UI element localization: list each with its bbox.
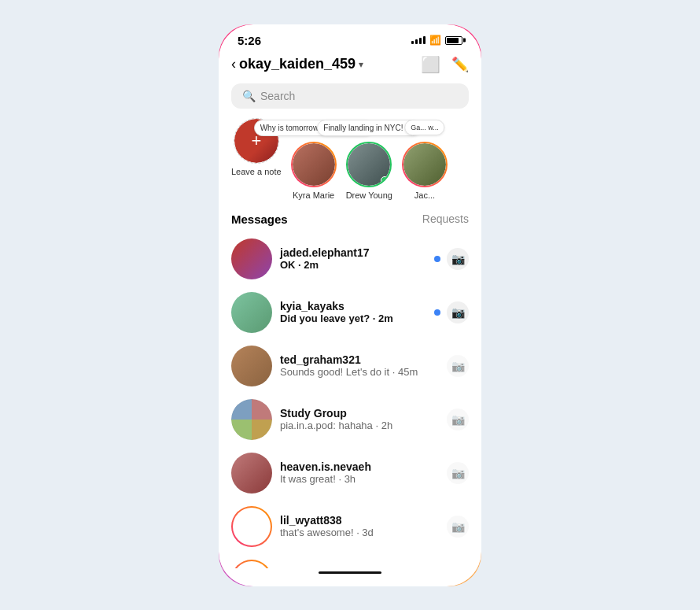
camera-icon-kyia[interactable]: 📷 <box>447 301 469 323</box>
avatar-lil-wyatt <box>231 506 272 547</box>
msg-preview-jaded: OK · 2m <box>280 259 426 271</box>
msg-content-paisley: paisley.print.48 Whaaat?? · 8h <box>280 567 439 568</box>
home-indicator <box>319 571 381 574</box>
messages-header: Messages Requests <box>219 209 481 232</box>
message-item-study-group[interactable]: Study Group pia.in.a.pod: hahaha · 2h 📷 <box>219 393 481 446</box>
msg-name-ted: ted_graham321 <box>280 353 439 366</box>
msg-preview-study-group: pia.in.a.pod: hahaha · 2h <box>280 420 439 431</box>
msg-content-study-group: Study Group pia.in.a.pod: hahaha · 2h <box>280 407 439 431</box>
message-item-jaded[interactable]: jaded.elephant17 OK · 2m 📷 <box>219 232 481 286</box>
story-label-drew: Drew Young <box>346 190 392 200</box>
battery-icon <box>445 36 462 45</box>
message-item-kyia[interactable]: kyia_kayaks Did you leave yet? · 2m 📷 <box>219 286 481 339</box>
jac-avatar <box>402 142 448 187</box>
msg-right-lil-wyatt: 📷 <box>447 516 469 538</box>
wifi-icon: 📶 <box>429 35 441 46</box>
msg-content-jaded: jaded.elephant17 OK · 2m <box>280 246 426 271</box>
status-bar: 5:26 📶 <box>219 24 481 52</box>
story-item-jac[interactable]: Ga... w... Jac... <box>402 142 448 200</box>
header-icons: ⬜ ✏️ <box>421 55 469 74</box>
unread-dot-jaded <box>434 256 440 262</box>
msg-content-lil-wyatt: lil_wyatt838 that's awesome! · 3d <box>280 514 439 538</box>
search-bar[interactable]: 🔍 Search <box>231 83 469 109</box>
story-item-kyra[interactable]: Why is tomorrow Monday!? 😄 Kyra Marie <box>291 142 337 200</box>
msg-content-kyia: kyia_kayaks Did you leave yet? · 2m <box>280 300 426 324</box>
camera-icon-study-group[interactable]: 📷 <box>447 409 469 431</box>
story-item-drew[interactable]: Finally landing in NYC! ❤️ Drew Young <box>346 142 392 200</box>
msg-name-kyia: kyia_kayaks <box>280 300 426 312</box>
story-note-jac: Ga... w... <box>404 120 445 135</box>
msg-content-heaven: heaven.is.nevaeh It was great! · 3h <box>280 460 439 485</box>
camera-icon-heaven[interactable]: 📷 <box>447 462 469 484</box>
compose-icon[interactable]: ✏️ <box>451 56 469 73</box>
avatar-ted <box>231 346 272 386</box>
username-label: okay_kaiden_459 <box>239 56 356 72</box>
msg-name-lil-wyatt: lil_wyatt838 <box>280 514 439 527</box>
msg-preview-lil-wyatt: that's awesome! · 3d <box>280 527 439 538</box>
msg-name-paisley: paisley.print.48 <box>280 567 439 568</box>
phone-frame: 5:26 📶 ‹ okay_kaiden_459 ▾ <box>216 22 484 589</box>
back-button[interactable]: ‹ <box>231 56 236 72</box>
search-placeholder: Search <box>260 90 295 102</box>
header-left: ‹ okay_kaiden_459 ▾ <box>231 56 363 72</box>
msg-content-ted: ted_graham321 Sounds good! Let's do it ·… <box>280 353 439 378</box>
msg-right-study-group: 📷 <box>447 409 469 431</box>
msg-preview-heaven: It was great! · 3h <box>280 473 439 485</box>
avatar-paisley <box>231 560 272 568</box>
msg-name-jaded: jaded.elephant17 <box>280 246 426 259</box>
message-item-paisley[interactable]: paisley.print.48 Whaaat?? · 8h 📷 <box>219 553 481 568</box>
camera-icon-ted[interactable]: 📷 <box>447 355 469 377</box>
message-list: jaded.elephant17 OK · 2m 📷 kyia_kayaks D… <box>219 232 481 568</box>
kyra-avatar <box>291 142 337 187</box>
msg-right-kyia: 📷 <box>434 301 469 323</box>
msg-right-ted: 📷 <box>447 355 469 377</box>
messages-section: Messages Requests jaded.elephant17 OK · … <box>219 209 481 568</box>
story-label-kyra: Kyra Marie <box>293 190 334 200</box>
home-indicator-area <box>219 568 481 586</box>
msg-name-study-group: Study Group <box>280 407 439 420</box>
status-icons: 📶 <box>411 35 462 46</box>
requests-link[interactable]: Requests <box>422 213 469 225</box>
story-label-jac: Jac... <box>414 190 435 200</box>
msg-right-heaven: 📷 <box>447 462 469 484</box>
search-icon: 🔍 <box>242 90 256 102</box>
messages-title: Messages <box>231 213 288 226</box>
group-avatar-inner <box>231 399 272 440</box>
status-time: 5:26 <box>238 34 261 47</box>
message-item-heaven[interactable]: heaven.is.nevaeh It was great! · 3h 📷 <box>219 446 481 500</box>
msg-preview-ted: Sounds good! Let's do it · 45m <box>280 366 439 378</box>
avatar-heaven <box>231 453 272 494</box>
msg-name-heaven: heaven.is.nevaeh <box>280 460 439 473</box>
drew-avatar <box>346 142 392 187</box>
message-item-ted[interactable]: ted_graham321 Sounds good! Let's do it ·… <box>219 339 481 393</box>
stories-row: + Leave a note Why is tomorrow Monday!? … <box>219 118 481 209</box>
avatar-jaded <box>231 238 272 279</box>
camera-icon-lil-wyatt[interactable]: 📷 <box>447 516 469 538</box>
unread-dot-kyia <box>434 309 440 316</box>
video-call-icon[interactable]: ⬜ <box>421 55 440 74</box>
online-dot <box>381 176 389 184</box>
phone-inner: 5:26 📶 ‹ okay_kaiden_459 ▾ <box>219 24 481 586</box>
msg-preview-kyia: Did you leave yet? · 2m <box>280 312 426 324</box>
avatar-kyia <box>231 292 272 333</box>
msg-right-jaded: 📷 <box>434 248 469 270</box>
message-item-lil-wyatt[interactable]: lil_wyatt838 that's awesome! · 3d 📷 <box>219 500 481 553</box>
avatar-study-group <box>231 399 272 440</box>
camera-icon-jaded[interactable]: 📷 <box>447 248 469 270</box>
story-label-add-note: Leave a note <box>231 167 282 176</box>
signal-bars-icon <box>411 36 426 44</box>
username-dropdown-icon[interactable]: ▾ <box>359 59 363 70</box>
header: ‹ okay_kaiden_459 ▾ ⬜ ✏️ <box>219 52 481 80</box>
